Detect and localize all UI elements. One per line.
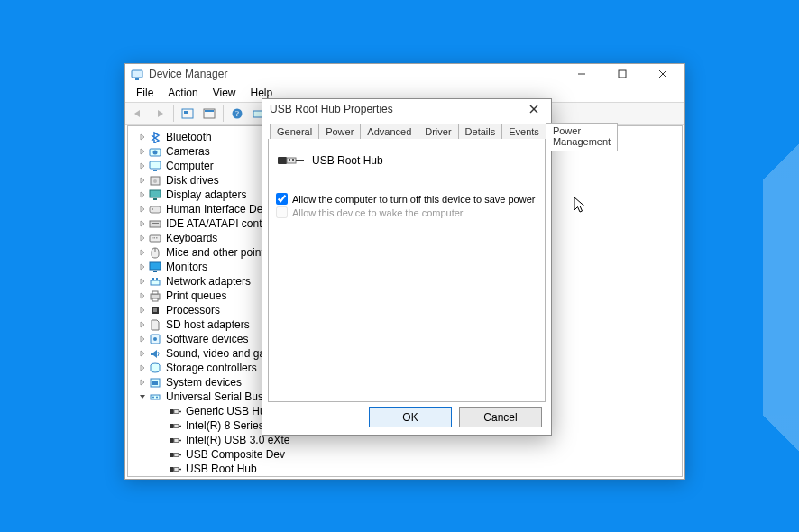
svg-rect-34 bbox=[150, 262, 161, 270]
chevron-right-icon[interactable] bbox=[137, 335, 148, 343]
tab-power-management[interactable]: Power Management bbox=[546, 123, 618, 151]
toolbar-help-button[interactable]: ? bbox=[226, 104, 248, 124]
tree-item[interactable]: USB Root Hub bbox=[168, 462, 682, 476]
svg-rect-48 bbox=[152, 381, 158, 385]
toolbar-showhide-button[interactable] bbox=[177, 104, 198, 124]
keyboard-icon bbox=[148, 231, 162, 245]
svg-rect-35 bbox=[153, 271, 157, 272]
svg-rect-38 bbox=[156, 278, 158, 280]
svg-rect-55 bbox=[170, 424, 174, 428]
chevron-right-icon[interactable] bbox=[137, 234, 148, 242]
svg-rect-64 bbox=[170, 467, 174, 472]
cancel-button[interactable]: Cancel bbox=[459, 407, 542, 427]
chevron-right-icon[interactable] bbox=[137, 249, 148, 256]
svg-rect-62 bbox=[174, 454, 179, 457]
processor-icon bbox=[148, 303, 162, 317]
usb-plug-icon bbox=[168, 476, 182, 477]
bluetooth-icon bbox=[148, 130, 162, 144]
usb-plug-icon bbox=[168, 418, 182, 433]
tree-item-label: Monitors bbox=[166, 260, 207, 274]
dialog-titlebar[interactable]: USB Root Hub Properties bbox=[262, 99, 551, 119]
svg-rect-74 bbox=[289, 159, 290, 161]
svg-rect-65 bbox=[174, 468, 179, 472]
dialog-title: USB Root Hub Properties bbox=[270, 103, 393, 115]
chevron-right-icon[interactable] bbox=[137, 220, 148, 227]
properties-dialog: USB Root Hub Properties General Power Ad… bbox=[262, 98, 552, 436]
chevron-right-icon[interactable] bbox=[137, 148, 148, 155]
mouse-icon bbox=[148, 245, 162, 260]
chevron-right-icon[interactable] bbox=[137, 263, 148, 271]
chevron-right-icon[interactable] bbox=[137, 278, 148, 285]
dialog-close-button[interactable] bbox=[520, 99, 547, 119]
svg-point-45 bbox=[153, 337, 157, 341]
ok-button[interactable]: OK bbox=[369, 407, 452, 427]
tree-item-label: Print queues bbox=[166, 289, 226, 303]
chevron-right-icon[interactable] bbox=[137, 162, 148, 170]
tree-item-label: Network adapters bbox=[166, 274, 251, 289]
svg-rect-18 bbox=[150, 161, 161, 169]
tree-item-label: System devices bbox=[166, 375, 242, 390]
svg-point-51 bbox=[156, 397, 158, 399]
svg-rect-30 bbox=[152, 237, 153, 239]
checkbox-allow-turnoff-label: Allow the computer to turn off this devi… bbox=[292, 194, 535, 205]
toolbar-forward-button[interactable] bbox=[149, 104, 170, 124]
chevron-down-icon[interactable] bbox=[137, 393, 148, 400]
device-header: USB Root Hub bbox=[276, 146, 537, 175]
svg-rect-0 bbox=[132, 70, 142, 78]
tree-item-label: USB Root Hub bbox=[186, 462, 257, 476]
svg-rect-7 bbox=[184, 111, 188, 114]
close-button[interactable] bbox=[642, 64, 683, 84]
svg-rect-37 bbox=[152, 278, 154, 280]
chevron-right-icon[interactable] bbox=[137, 350, 148, 357]
menu-action[interactable]: Action bbox=[161, 86, 205, 100]
toolbar-properties-button[interactable] bbox=[198, 104, 220, 124]
tree-item[interactable]: USB Root Hub (USB 3.0) bbox=[168, 476, 682, 477]
svg-rect-61 bbox=[170, 453, 174, 457]
svg-rect-58 bbox=[170, 438, 174, 443]
svg-rect-43 bbox=[153, 308, 157, 312]
svg-rect-75 bbox=[292, 159, 294, 161]
svg-rect-53 bbox=[174, 410, 179, 414]
power-management-panel: USB Root Hub Allow the computer to turn … bbox=[268, 139, 546, 402]
usb-plug-icon bbox=[168, 404, 182, 418]
menu-view[interactable]: View bbox=[206, 86, 243, 100]
tree-item-label: Human Interface Devic bbox=[166, 202, 276, 216]
svg-rect-31 bbox=[154, 237, 156, 239]
svg-rect-3 bbox=[619, 70, 626, 78]
chevron-right-icon[interactable] bbox=[137, 177, 148, 184]
tree-item-label: USB Composite Dev bbox=[186, 447, 285, 462]
chevron-right-icon[interactable] bbox=[137, 364, 148, 371]
chevron-right-icon[interactable] bbox=[137, 321, 148, 328]
tree-item-label: Display adapters bbox=[166, 188, 246, 202]
chevron-right-icon[interactable] bbox=[137, 307, 148, 314]
svg-text:?: ? bbox=[235, 109, 239, 118]
chevron-right-icon[interactable] bbox=[137, 133, 148, 141]
toolbar-separator bbox=[173, 105, 174, 122]
chevron-right-icon[interactable] bbox=[137, 191, 148, 198]
maximize-button[interactable] bbox=[602, 64, 642, 84]
checkbox-allow-turnoff-input[interactable] bbox=[276, 193, 288, 205]
checkbox-allow-turnoff[interactable]: Allow the computer to turn off this devi… bbox=[276, 193, 537, 205]
menu-file[interactable]: File bbox=[129, 86, 161, 100]
toolbar-back-button[interactable] bbox=[127, 104, 149, 124]
chevron-right-icon[interactable] bbox=[137, 379, 148, 386]
window-title: Device Manager bbox=[149, 64, 227, 84]
checkbox-allow-wake-input bbox=[276, 206, 288, 218]
system-icon bbox=[148, 375, 162, 390]
chevron-right-icon[interactable] bbox=[137, 292, 148, 299]
svg-point-25 bbox=[152, 208, 153, 210]
sd-icon bbox=[148, 317, 162, 332]
software-icon bbox=[148, 332, 162, 346]
tree-item-label: Generic USB Hub bbox=[186, 404, 271, 418]
svg-point-21 bbox=[153, 179, 157, 183]
chevron-right-icon[interactable] bbox=[137, 206, 148, 213]
minimize-button[interactable] bbox=[561, 64, 602, 84]
display-icon bbox=[148, 188, 162, 202]
svg-point-17 bbox=[153, 151, 158, 155]
svg-rect-26 bbox=[150, 221, 161, 227]
tree-item-label: USB Root Hub (USB 3.0) bbox=[186, 476, 308, 477]
checkbox-allow-wake-label: Allow this device to wake the computer bbox=[292, 207, 464, 218]
window-titlebar[interactable]: Device Manager bbox=[125, 64, 684, 84]
svg-rect-19 bbox=[153, 170, 157, 171]
tree-item[interactable]: USB Composite Dev bbox=[168, 447, 682, 462]
